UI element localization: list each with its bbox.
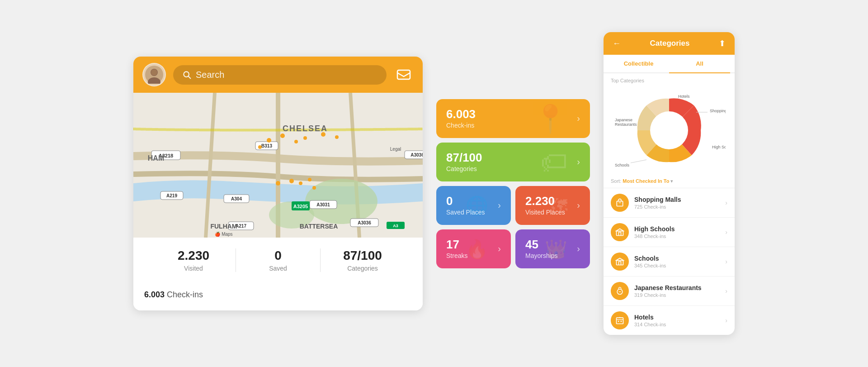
visited-card-label: Visited Places <box>525 209 565 216</box>
saved-card-content: 0 Saved Places <box>446 195 485 216</box>
schools-checkins: 345 Check-ins <box>634 263 720 268</box>
search-bar[interactable]: Search <box>173 65 387 85</box>
donut-chart: Shopping Malls High Schools Schools Japa… <box>604 85 735 176</box>
checkins-card-content: 6.003 Check-ins <box>446 108 476 129</box>
inbox-button[interactable] <box>394 65 414 85</box>
svg-point-43 <box>258 145 262 149</box>
tab-collectible[interactable]: Collectible <box>608 55 669 72</box>
svg-text:Legal: Legal <box>390 147 401 152</box>
list-item[interactable]: Schools 345 Check-ins › <box>604 247 735 276</box>
categories-card-label: Categories <box>446 165 482 172</box>
streaks-card[interactable]: 17 Streaks 🔥 › <box>436 229 511 268</box>
svg-text:FULHAM: FULHAM <box>210 223 237 230</box>
high-schools-info: High Schools 348 Check-ins <box>634 225 720 239</box>
japanese-restaurants-name: Japanese Restaurants <box>634 284 720 291</box>
svg-text:A3036: A3036 <box>410 153 423 157</box>
svg-point-48 <box>312 186 316 190</box>
high-schools-checkins: 348 Check-ins <box>634 234 720 239</box>
streaks-card-label: Streaks <box>446 252 467 259</box>
japanese-restaurants-icon <box>611 282 629 300</box>
saved-card-label: Saved Places <box>446 209 485 216</box>
places-row: 0 Saved Places 🌐 › 2.230 Visited Places … <box>436 186 590 225</box>
categories-label: Categories <box>321 265 405 272</box>
left-panel: Search A3 <box>133 57 423 310</box>
svg-rect-61 <box>617 261 623 265</box>
svg-point-40 <box>303 136 307 140</box>
streaks-bg-icon: 🔥 <box>466 238 488 259</box>
saved-card[interactable]: 0 Saved Places 🌐 › <box>436 186 511 225</box>
visited-number: 2.230 <box>151 248 236 263</box>
checkins-card-label: Check-ins <box>446 122 476 129</box>
avatar[interactable] <box>142 63 166 86</box>
checkins-card[interactable]: 6.003 Check-ins 📍 › <box>436 99 590 138</box>
japanese-restaurants-chevron-icon: › <box>725 287 727 295</box>
categories-chevron-icon: › <box>577 157 580 167</box>
categories-number: 87/100 <box>321 248 405 263</box>
svg-point-45 <box>299 181 302 185</box>
checkins-chevron-icon: › <box>577 113 580 124</box>
svg-point-49 <box>650 111 688 149</box>
visited-card-number: 2.230 <box>525 195 565 207</box>
back-button[interactable]: ← <box>613 39 621 48</box>
sort-chevron-icon: ▾ <box>670 178 673 184</box>
visited-card-content: 2.230 Visited Places <box>525 195 565 216</box>
share-button[interactable]: ⬆ <box>719 38 726 48</box>
categories-card-number: 87/100 <box>446 152 482 163</box>
shopping-malls-info: Shopping Malls 725 Check-ins <box>634 196 720 210</box>
categories-bg-icon: 🏷 <box>540 146 567 177</box>
list-item[interactable]: High Schools 348 Check-ins › <box>604 217 735 247</box>
visited-stat: 2.230 Visited <box>151 248 236 272</box>
svg-text:A3031: A3031 <box>316 202 330 207</box>
japanese-restaurants-info: Japanese Restaurants 319 Check-ins <box>634 284 720 298</box>
saved-number: 0 <box>236 248 320 263</box>
svg-point-37 <box>267 138 271 143</box>
list-item[interactable]: Hotels 314 Check-ins › <box>604 305 735 335</box>
mayorships-card-label: Mayorships <box>525 252 558 259</box>
svg-point-3 <box>151 69 157 76</box>
svg-point-38 <box>280 133 285 138</box>
svg-text:High Schools: High Schools <box>712 145 726 149</box>
search-icon <box>182 70 191 79</box>
list-item[interactable]: Shopping Malls 725 Check-ins › <box>604 188 735 217</box>
saved-chevron-icon: › <box>498 200 501 210</box>
sort-row: Sort: Most Checked In To ▾ <box>604 176 735 188</box>
tabs-row: Collectible All <box>604 55 735 73</box>
svg-text:A304: A304 <box>231 196 242 201</box>
svg-point-46 <box>308 178 311 181</box>
svg-rect-65 <box>618 321 619 322</box>
hotels-icon <box>611 311 629 329</box>
sort-value[interactable]: Most Checked In To <box>623 178 669 184</box>
saved-card-number: 0 <box>446 195 485 207</box>
high-schools-chevron-icon: › <box>725 229 727 236</box>
list-item[interactable]: Japanese Restaurants 319 Check-ins › <box>604 276 735 305</box>
inbox-icon <box>396 67 412 83</box>
saved-stat: 0 Saved <box>236 248 320 272</box>
svg-text:A3036: A3036 <box>358 220 371 225</box>
app-header: Search <box>133 57 423 93</box>
stats-bar: 2.230 Visited 0 Saved 87/100 Categories <box>133 238 423 283</box>
shopping-malls-icon <box>611 194 629 212</box>
svg-line-5 <box>189 76 191 79</box>
mayorships-chevron-icon: › <box>577 243 580 254</box>
mayorships-card[interactable]: 45 Mayorships 👑 › <box>515 229 590 268</box>
map-container: A3218 B313 A3036 A219 A304 A3031 A3205 A… <box>133 93 423 238</box>
svg-text:Restaurants: Restaurants <box>615 122 637 127</box>
svg-text:Hotels: Hotels <box>678 94 690 99</box>
hotels-chevron-icon: › <box>725 317 727 324</box>
schools-chevron-icon: › <box>725 258 727 265</box>
visited-card[interactable]: 2.230 Visited Places 🗺 › <box>515 186 590 225</box>
categories-card[interactable]: 87/100 Categories 🏷 › <box>436 143 590 181</box>
saved-label: Saved <box>236 265 320 272</box>
svg-text:Japanese: Japanese <box>615 118 632 122</box>
japanese-restaurants-checkins: 319 Check-ins <box>634 292 720 298</box>
svg-rect-60 <box>617 231 623 236</box>
svg-text:Schools: Schools <box>615 163 630 167</box>
high-schools-icon <box>611 223 629 241</box>
tab-all[interactable]: All <box>669 55 730 73</box>
checkins-row: 6.003 Check-ins <box>133 283 423 310</box>
svg-rect-6 <box>397 70 410 79</box>
map-view[interactable]: A3218 B313 A3036 A219 A304 A3031 A3205 A… <box>133 93 423 238</box>
svg-text:B313: B313 <box>261 143 272 148</box>
svg-line-54 <box>631 160 646 163</box>
hotels-info: Hotels 314 Check-ins <box>634 314 720 327</box>
